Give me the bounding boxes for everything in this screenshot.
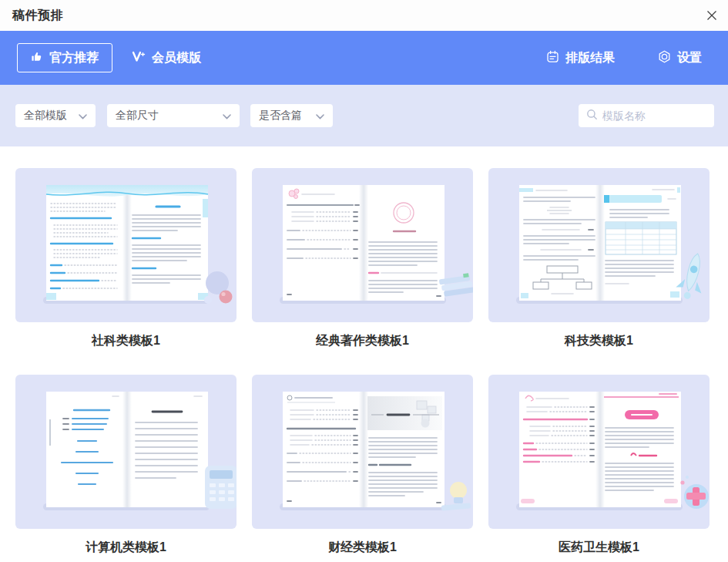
template-search-box [579, 104, 714, 127]
template-type-value: 全部模版 [24, 109, 67, 123]
template-card-label: 财经类模板1 [252, 539, 473, 556]
template-card-label: 医药卫生模板1 [488, 539, 710, 556]
template-card-classic-works[interactable]: 经典著作类模板1 [252, 168, 473, 375]
clipboard-icon [546, 50, 559, 66]
official-recommend-label: 官方推荐 [49, 50, 99, 66]
chevron-down-icon [79, 109, 87, 122]
template-card-label: 社科类模板1 [15, 332, 237, 349]
chevron-down-icon [316, 109, 324, 122]
book-spread-illustration-tech [488, 168, 710, 322]
search-icon [586, 109, 598, 123]
template-card-label: 科技类模板1 [488, 332, 710, 349]
titlebar: 稿件预排 [0, 0, 728, 31]
template-grid: 社科类模板1 [0, 146, 728, 562]
member-template-label: 会员模版 [152, 50, 201, 66]
template-preview [15, 168, 237, 322]
close-icon[interactable] [703, 7, 720, 24]
toolbar: 官方推荐 会员模版 排版结果 设置 [0, 31, 728, 85]
template-card-technology[interactable]: 科技类模板1 [488, 168, 710, 375]
template-preview [252, 375, 473, 529]
template-preview [252, 168, 473, 322]
layout-result-button[interactable]: 排版结果 [546, 50, 615, 66]
template-card-computer[interactable]: 计算机类模板1 [15, 375, 237, 562]
has-sections-value: 是否含篇 [259, 109, 302, 123]
settings-button[interactable]: 设置 [658, 50, 702, 66]
book-spread-illustration-computer [15, 375, 237, 529]
gear-icon [658, 50, 671, 66]
book-spread-illustration-classic [252, 168, 473, 322]
has-sections-dropdown[interactable]: 是否含篇 [250, 104, 333, 127]
template-search-input[interactable] [602, 109, 706, 122]
dialog-title: 稿件预排 [12, 8, 63, 24]
book-spread-illustration-finance [252, 375, 473, 529]
size-value: 全部尺寸 [116, 109, 159, 123]
vip-v-icon [132, 51, 146, 66]
template-card-label: 经典著作类模板1 [252, 332, 473, 349]
template-preview [488, 168, 710, 322]
layout-result-label: 排版结果 [565, 50, 615, 66]
book-spread-illustration-medical [488, 375, 710, 529]
template-card-medical[interactable]: 医药卫生模板1 [488, 375, 710, 562]
template-card-label: 计算机类模板1 [15, 539, 237, 556]
template-type-dropdown[interactable]: 全部模版 [15, 104, 96, 127]
official-recommend-button[interactable]: 官方推荐 [17, 43, 112, 72]
member-template-tab[interactable]: 会员模版 [124, 43, 209, 72]
thumbs-up-icon [31, 51, 42, 66]
settings-label: 设置 [677, 50, 702, 66]
manuscript-prelayout-dialog: 稿件预排 官方推荐 会员模版 排版结果 [0, 0, 728, 562]
template-preview [488, 375, 710, 529]
template-card-social-science[interactable]: 社科类模板1 [15, 168, 237, 375]
book-spread-illustration-social [15, 168, 237, 322]
filter-bar: 全部模版 全部尺寸 是否含篇 [0, 85, 728, 146]
template-preview [15, 375, 237, 529]
chevron-down-icon [223, 109, 231, 122]
toolbar-right: 排版结果 设置 [546, 50, 702, 66]
template-card-finance[interactable]: 财经类模板1 [252, 375, 473, 562]
size-dropdown[interactable]: 全部尺寸 [107, 104, 240, 127]
